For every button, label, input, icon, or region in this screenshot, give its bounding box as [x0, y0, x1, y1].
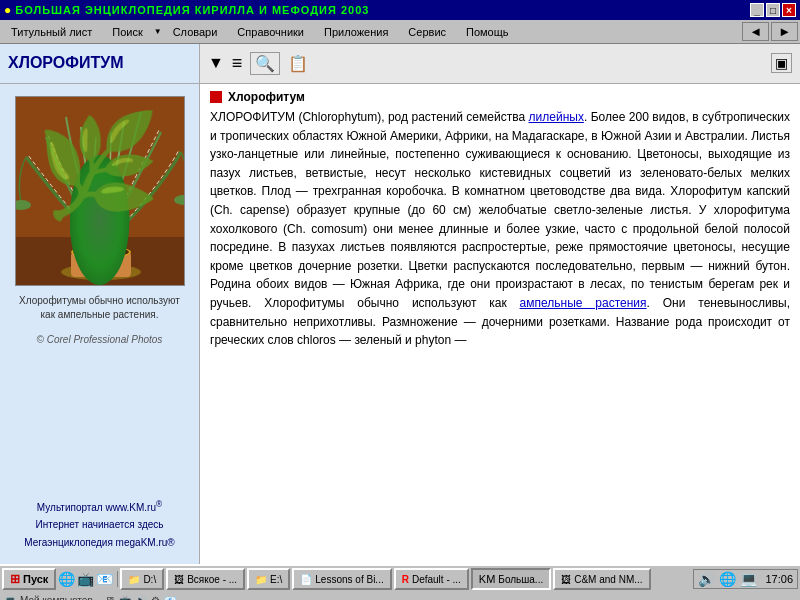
search-dropdown-arrow[interactable]: ▼	[154, 27, 162, 36]
article-text-intro: ХЛОРОФИТУМ (Chlorophytum), род растений …	[210, 110, 529, 124]
taskbar-btn-label-0: D:\	[143, 574, 156, 585]
titlebar: ● БОЛЬШАЯ ЭНЦИКЛОПЕДИЯ КИРИЛЛА И МЕФОДИЯ…	[0, 0, 800, 20]
red-r-icon: R	[402, 574, 409, 585]
bottom-icon-4: ⚙	[151, 595, 160, 600]
close-button[interactable]: ×	[782, 3, 796, 17]
bottom-icon-1: 🖥	[105, 595, 115, 600]
app-icon: ●	[4, 3, 11, 17]
toolbar-list-icon[interactable]: 📋	[288, 54, 308, 73]
menu-service[interactable]: Сервис	[399, 23, 455, 41]
taskbar-lessons[interactable]: 📄 Lessons of Bi...	[292, 568, 391, 590]
svg-point-4	[71, 246, 131, 258]
taskbar-btn-label-4: Default - ...	[412, 574, 461, 585]
mega-text: Мегаэнциклопедия megaKM.ru®	[24, 537, 174, 548]
menubar: Титульный лист Поиск ▼ Словари Справочни…	[0, 20, 800, 44]
tray-icon-3: 💻	[740, 571, 757, 587]
taskbar-bottom: 💻 Мой компьютер 🖥 📺 🔊 ⚙ 📧	[0, 591, 800, 600]
taskbar-d-drive[interactable]: 📁 D:\	[120, 568, 164, 590]
maximize-button[interactable]: □	[766, 3, 780, 17]
taskbar-bolsha[interactable]: KM Больша...	[471, 568, 551, 590]
portal-text-line1: Мультипортал www.KM.ru®	[37, 502, 162, 513]
link-lily[interactable]: лилейных	[529, 110, 584, 124]
taskbar-btn-label-1: Всякое - ...	[187, 574, 237, 585]
quick-launch-bar: 🌐 📺 📧	[58, 571, 118, 587]
article-body: ХЛОРОФИТУМ (Chlorophytum), род растений …	[210, 108, 790, 350]
menu-search-group: Поиск ▼	[103, 23, 161, 41]
taskbar-btn-label-6: C&M and NM...	[574, 574, 642, 585]
taskbar-e-drive[interactable]: 📁 E:\	[247, 568, 290, 590]
folder-icon: 📁	[128, 574, 140, 585]
back-button[interactable]: ◄	[742, 22, 769, 41]
minimize-button[interactable]: _	[750, 3, 764, 17]
tray-icon-1: 🔊	[698, 571, 715, 587]
taskbar-default[interactable]: R Default - ...	[394, 568, 469, 590]
menu-search[interactable]: Поиск	[103, 23, 151, 41]
my-computer-label: Мой компьютер	[20, 595, 93, 600]
article-icon	[210, 91, 222, 103]
left-sidebar: Хлорофитумы обычно используют как ампель…	[0, 84, 200, 564]
svg-point-5	[73, 247, 129, 257]
portal-link[interactable]: Мультипортал www.KM.ru® Интернет начинае…	[8, 497, 191, 533]
article-header: ХЛОРОФИТУМ	[0, 44, 200, 84]
start-button[interactable]: ⊞ Пуск	[2, 568, 56, 590]
bottom-icon-2: 📺	[119, 595, 131, 600]
titlebar-controls: _ □ ×	[750, 3, 796, 17]
panel-toggle-icon[interactable]: ▣	[771, 53, 792, 73]
toolbar-layout-icon[interactable]: ≡	[232, 53, 243, 74]
menu-reference[interactable]: Справочники	[228, 23, 313, 41]
taskbar-cam[interactable]: 🖼 C&M and NM...	[553, 568, 650, 590]
copyright-text: © Corel Professional Photos	[8, 330, 191, 349]
menu-applications[interactable]: Приложения	[315, 23, 397, 41]
menu-dictionaries[interactable]: Словари	[164, 23, 227, 41]
taskbar: ⊞ Пуск 🌐 📺 📧 📁 D:\ 🖼 Всякое - ... 📁 E:\ …	[0, 564, 800, 600]
article-title-line: Хлорофитум	[210, 90, 790, 104]
bottom-icon-5: 📧	[164, 595, 176, 600]
link-ampel[interactable]: ампельные растения	[520, 296, 647, 310]
taskbar-btn-label-3: Lessons of Bi...	[315, 574, 383, 585]
taskbar-btn-label-5: Больша...	[498, 574, 543, 585]
taskbar-btn-label-2: E:\	[270, 574, 282, 585]
forward-button[interactable]: ►	[771, 22, 798, 41]
km-icon: KM	[479, 573, 496, 585]
window-icon-6: 🖼	[561, 574, 571, 585]
window-icon-1: 🖼	[174, 574, 184, 585]
main-content[interactable]: Хлорофитум ХЛОРОФИТУМ (Chlorophytum), ро…	[200, 84, 800, 564]
media-icon[interactable]: 📺	[77, 571, 94, 587]
window-icon-3: 📄	[300, 574, 312, 585]
menu-help[interactable]: Помощь	[457, 23, 518, 41]
sidebar-links: Мультипортал www.KM.ru® Интернет начинае…	[8, 489, 191, 556]
outlook-icon[interactable]: 📧	[96, 571, 113, 587]
plant-image	[15, 96, 185, 286]
nav-arrows: ◄ ►	[742, 22, 798, 41]
clock: 17:06	[765, 573, 793, 585]
image-caption: Хлорофитумы обычно используют как ампель…	[8, 290, 191, 326]
windows-icon: ⊞	[10, 572, 20, 586]
ie-icon[interactable]: 🌐	[58, 571, 75, 587]
taskbar-vsyakoe[interactable]: 🖼 Всякое - ...	[166, 568, 245, 590]
titlebar-left: ● БОЛЬШАЯ ЭНЦИКЛОПЕДИЯ КИРИЛЛА И МЕФОДИЯ…	[4, 3, 369, 17]
article-title: Хлорофитум	[228, 90, 305, 104]
system-tray: 🔊 🌐 💻 17:06	[693, 569, 798, 589]
taskbar-top: ⊞ Пуск 🌐 📺 📧 📁 D:\ 🖼 Всякое - ... 📁 E:\ …	[0, 566, 800, 591]
article-text-part1: . Более 200 видов, в субтропических и тр…	[210, 110, 790, 310]
content-area: Хлорофитумы обычно используют как ампель…	[0, 84, 800, 564]
titlebar-title: БОЛЬШАЯ ЭНЦИКЛОПЕДИЯ КИРИЛЛА И МЕФОДИЯ 2…	[15, 4, 369, 16]
article-header-text: ХЛОРОФИТУМ	[8, 54, 123, 72]
toolbar-search-icon[interactable]: 🔍	[250, 52, 280, 75]
folder-icon-2: 📁	[255, 574, 267, 585]
menu-title-page[interactable]: Титульный лист	[2, 23, 101, 41]
mega-link[interactable]: Мегаэнциклопедия megaKM.ru®	[8, 537, 191, 548]
tray-icon-2: 🌐	[719, 571, 736, 587]
toolbar-dropdown-icon[interactable]: ▼	[208, 54, 224, 72]
computer-icon: 💻	[4, 595, 16, 600]
svg-rect-3	[71, 252, 131, 277]
svg-rect-1	[16, 237, 185, 286]
start-label: Пуск	[23, 573, 48, 585]
portal-text-line2: Интернет начинается здесь	[35, 519, 163, 530]
bottom-icon-3: 🔊	[135, 595, 147, 600]
